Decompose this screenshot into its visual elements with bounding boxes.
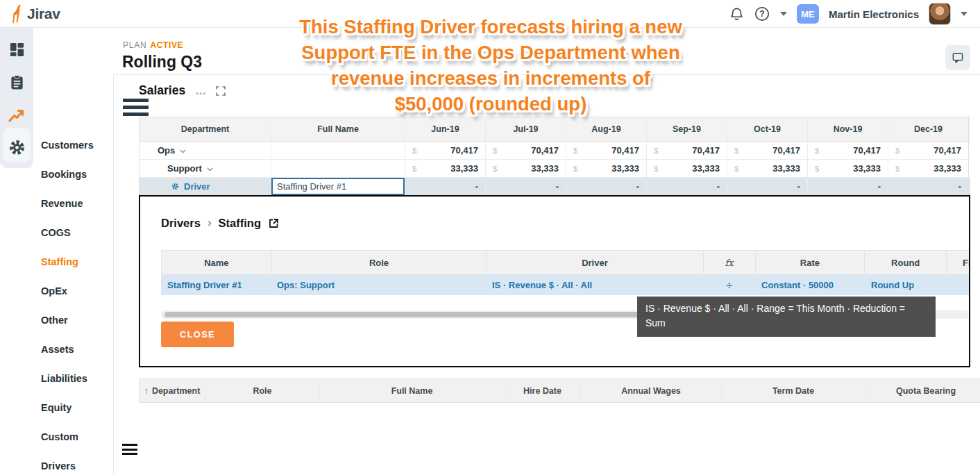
staff-col-header-annual-wages[interactable]: Annual Wages — [580, 379, 721, 402]
value-cell-jun-19[interactable]: $70,417 — [405, 142, 485, 159]
currency-symbol: $ — [734, 147, 738, 155]
account-name: Martin Electronics — [829, 8, 919, 20]
value-cell-nov-19[interactable]: - — [807, 178, 888, 195]
salaries-title: Salaries — [139, 83, 185, 98]
cell-value: - — [636, 181, 639, 192]
row-drag-handle-icon[interactable] — [122, 444, 137, 458]
currency-symbol: $ — [895, 147, 899, 155]
settings-gear-icon[interactable] — [0, 131, 33, 164]
sidebar-item-bookings[interactable]: Bookings — [41, 160, 110, 189]
sidebar-item-other[interactable]: Other — [41, 306, 110, 335]
driver-formula-tooltip: IS · Revenue $ · All · All · Range = Thi… — [637, 297, 936, 337]
value-cell-aug-19[interactable]: - — [566, 178, 646, 195]
value-cell-sep-19[interactable]: - — [646, 178, 727, 195]
value-cell-jun-19[interactable]: - — [405, 178, 485, 195]
value-cell-sep-19[interactable]: $70,417 — [646, 142, 727, 159]
sidebar-item-equity[interactable]: Equity — [41, 393, 110, 422]
driver-name-cell[interactable]: Staffing Driver #1 — [161, 275, 271, 295]
cell-value: 33,333 — [531, 163, 559, 174]
value-cell-oct-19[interactable]: - — [727, 178, 807, 195]
cell-value: - — [878, 181, 881, 192]
sidebar-item-opex[interactable]: OpEx — [41, 276, 110, 306]
salaries-col-header-jul-19: Jul-19 — [485, 117, 566, 141]
driver-name-cell[interactable]: Staffing Driver #1 — [271, 178, 405, 195]
currency-symbol: $ — [895, 165, 899, 173]
staff-table: ↑DepartmentRoleFull NameHire DateAnnual … — [139, 378, 980, 403]
user-avatar[interactable] — [929, 3, 951, 25]
cell-value: 70,417 — [450, 145, 478, 156]
salaries-col-header-department: Department — [139, 117, 271, 141]
plan-name: Rolling Q3 — [122, 53, 202, 72]
value-cell-jul-19[interactable]: $33,333 — [485, 160, 566, 177]
cell-value: 33,333 — [692, 163, 720, 174]
value-cell-dec-19[interactable]: $33,333 — [888, 160, 969, 177]
sidebar-item-drivers[interactable]: Drivers — [41, 451, 110, 475]
driver-fr-cell[interactable] — [947, 275, 969, 295]
jirav-logo[interactable]: Jirav — [9, 4, 60, 24]
currency-symbol: $ — [573, 147, 577, 155]
value-cell-dec-19[interactable]: - — [888, 178, 969, 195]
sidebar-item-customers[interactable]: Customers — [41, 131, 110, 160]
department-cell-ops[interactable]: Ops — [139, 142, 271, 159]
drivers-table: NameRoleDriverfxRateRoundFrStaffing Driv… — [161, 250, 969, 295]
currency-symbol: $ — [493, 147, 497, 155]
value-cell-jul-19[interactable]: - — [485, 178, 566, 195]
drivers-col-header-rate: Rate — [755, 251, 865, 274]
value-cell-aug-19[interactable]: $33,333 — [566, 160, 646, 177]
staff-col-header-hire-date[interactable]: Hire Date — [504, 379, 580, 402]
forecast-trend-icon[interactable] — [0, 99, 33, 131]
breadcrumb-staffing[interactable]: Staffing — [219, 217, 261, 230]
staff-col-header-role[interactable]: Role — [205, 379, 319, 402]
cell-value: - — [475, 181, 478, 192]
driver-driver-cell[interactable]: IS · Revenue $ · All · All — [486, 275, 703, 295]
full-name-cell[interactable] — [271, 160, 405, 177]
driver-round-cell[interactable]: Round Up — [865, 275, 947, 295]
department-cell-support[interactable]: Support — [139, 160, 271, 177]
driver-role-cell[interactable]: Ops: Support — [271, 275, 486, 295]
sidebar-item-custom[interactable]: Custom — [41, 422, 110, 451]
staff-col-header-term-date[interactable]: Term Date — [721, 379, 865, 402]
header-divider — [113, 74, 980, 75]
account-dropdown-caret-icon[interactable] — [961, 12, 968, 16]
sidebar-item-assets[interactable]: Assets — [41, 335, 110, 364]
comments-button[interactable] — [945, 45, 970, 70]
staff-col-header-quota-bearing[interactable]: Quota Bearing — [865, 379, 980, 402]
value-cell-nov-19[interactable]: $33,333 — [807, 160, 888, 177]
help-icon[interactable]: ? — [754, 6, 770, 22]
value-cell-sep-19[interactable]: $33,333 — [646, 160, 727, 177]
staff-col-header-full-name[interactable]: Full Name — [319, 379, 504, 402]
salaries-more-icon[interactable]: … — [195, 85, 207, 97]
salaries-table: DepartmentFull NameJun-19Jul-19Aug-19Sep… — [139, 117, 970, 196]
sidebar-item-revenue[interactable]: Revenue — [41, 189, 110, 218]
layout-menu-icon[interactable] — [123, 99, 149, 116]
breadcrumb-drivers[interactable]: Drivers — [161, 217, 201, 230]
drivers-col-header-fr: Fr — [946, 251, 969, 274]
staff-col-header-department[interactable]: ↑Department — [139, 379, 205, 402]
value-cell-aug-19[interactable]: $70,417 — [566, 142, 646, 159]
value-cell-oct-19[interactable]: $33,333 — [727, 160, 807, 177]
value-cell-oct-19[interactable]: $70,417 — [727, 142, 807, 159]
dashboards-icon[interactable] — [0, 33, 33, 66]
salaries-expand-icon[interactable] — [216, 86, 226, 96]
sidebar-item-liabilities[interactable]: Liabilities — [41, 364, 110, 393]
plan-label: PLAN — [123, 40, 147, 50]
sidebar-item-cogs[interactable]: COGS — [41, 218, 110, 247]
sidebar-item-staffing[interactable]: Staffing — [41, 247, 110, 276]
value-cell-jul-19[interactable]: $70,417 — [485, 142, 566, 159]
external-link-icon[interactable] — [268, 217, 280, 229]
driver-fx-cell[interactable]: ÷ — [703, 275, 755, 295]
value-cell-jun-19[interactable]: $33,333 — [405, 160, 485, 177]
currency-symbol: $ — [734, 165, 738, 173]
annotation-line-4: $50,000 (rounded up) — [244, 91, 737, 117]
notifications-bell-icon[interactable] — [729, 6, 744, 22]
department-cell-driver[interactable]: Driver — [139, 178, 271, 195]
value-cell-nov-19[interactable]: $70,417 — [807, 142, 888, 159]
currency-symbol: $ — [815, 147, 819, 155]
full-name-cell[interactable] — [271, 142, 405, 159]
close-button[interactable]: CLOSE — [161, 322, 234, 347]
value-cell-dec-19[interactable]: $70,417 — [888, 142, 969, 159]
help-dropdown-caret-icon[interactable] — [780, 12, 787, 16]
salaries-col-header-nov-19: Nov-19 — [807, 117, 888, 141]
plans-clipboard-icon[interactable] — [0, 66, 33, 99]
driver-rate-cell[interactable]: Constant · 50000 — [755, 275, 865, 295]
